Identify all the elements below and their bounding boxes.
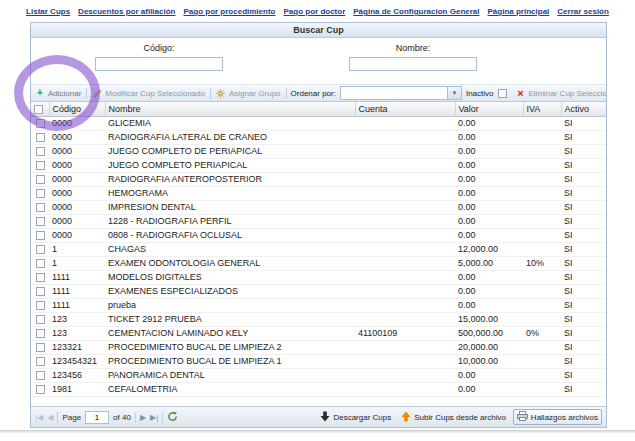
cell-valor: 0.00 bbox=[455, 172, 523, 186]
table-row[interactable]: 0000 JUEGO COMPLETO DE PERIAPICAL 0.00 S… bbox=[31, 144, 606, 158]
hallazgos-archivos-button[interactable]: Hallazgos archivos bbox=[513, 409, 602, 425]
row-checkbox[interactable] bbox=[36, 147, 45, 156]
cell-activo: SI bbox=[561, 214, 606, 228]
cell-valor: 15,000.00 bbox=[455, 312, 523, 326]
table-row[interactable]: 123321 PROCEDIMIENTO BUCAL DE LIMPIEZA 2… bbox=[31, 340, 606, 354]
table-row[interactable]: 1981 CEFALOMETRIA 0.00 SI bbox=[31, 382, 606, 396]
row-checkbox[interactable] bbox=[36, 231, 45, 240]
row-checkbox[interactable] bbox=[36, 315, 45, 324]
next-page-button[interactable]: ▶ bbox=[140, 413, 146, 422]
row-checkbox[interactable] bbox=[36, 161, 45, 170]
table-row[interactable]: 1111 MODELOS DIGITALES 0.00 SI bbox=[31, 270, 606, 284]
select-all-checkbox[interactable] bbox=[34, 105, 43, 114]
cell-nombre: EXAMEN ODONTOLOGIA GENERAL bbox=[105, 256, 355, 270]
column-header-activo[interactable]: Activo bbox=[561, 102, 606, 116]
table-row[interactable]: 1111 prueba 0.00 SI bbox=[31, 298, 606, 312]
nav-cerrar-sesion[interactable]: Cerrar sesión bbox=[557, 7, 609, 16]
first-page-button[interactable]: |◀ bbox=[35, 413, 43, 422]
table-row[interactable]: 0000 1228 - RADIOGRAFIA PERFIL 0.00 SI bbox=[31, 214, 606, 228]
subir-cups-button[interactable]: Subir Cups desde archivo bbox=[398, 410, 509, 425]
cell-valor: 0.00 bbox=[455, 200, 523, 214]
nombre-input[interactable] bbox=[349, 57, 477, 71]
cell-nombre: JUEGO COMPLETO DE PERIAPICAL bbox=[105, 144, 355, 158]
cell-cuenta bbox=[355, 256, 455, 270]
asignar-label: Asignar Grupo bbox=[229, 89, 281, 98]
row-checkbox[interactable] bbox=[36, 385, 45, 394]
cell-valor: 0.00 bbox=[455, 130, 523, 144]
table-row[interactable]: 0000 HEMOGRAMA 0.00 SI bbox=[31, 186, 606, 200]
table-row[interactable]: 0000 JUEGO COMPLETO PERIAPICAL 0.00 SI bbox=[31, 158, 606, 172]
row-checkbox[interactable] bbox=[36, 371, 45, 380]
table-row[interactable]: 123 CEMENTACION LAMINADO KELY 41100109 5… bbox=[31, 326, 606, 340]
row-checkbox[interactable] bbox=[36, 245, 45, 254]
descargar-cups-button[interactable]: Descargar Cups bbox=[317, 410, 394, 425]
cell-codigo: 0000 bbox=[49, 158, 105, 172]
cell-codigo: 123456 bbox=[49, 368, 105, 382]
table-row[interactable]: 1111 EXAMENES ESPECIALIZADOS 0.00 SI bbox=[31, 284, 606, 298]
table-header-row: Código Nombre Cuenta Valor IVA Activo bbox=[31, 102, 606, 116]
adicionar-button[interactable]: + Adicionar bbox=[34, 88, 82, 98]
toolbar-separator bbox=[86, 88, 87, 99]
chevron-down-icon[interactable]: ▼ bbox=[448, 86, 462, 100]
column-header-valor[interactable]: Valor bbox=[455, 102, 523, 116]
upload-icon bbox=[401, 411, 411, 424]
table-row[interactable]: 123 TICKET 2912 PRUEBA 15,000.00 SI bbox=[31, 312, 606, 326]
codigo-label: Código: bbox=[94, 43, 224, 53]
table-row[interactable]: 123454321 PROCEDIMIENTO BUCAL DE LIMPIEZ… bbox=[31, 354, 606, 368]
asignar-grupo-button[interactable]: Asignar Grupo bbox=[215, 88, 282, 98]
row-checkbox[interactable] bbox=[36, 301, 45, 310]
row-checkbox[interactable] bbox=[36, 217, 45, 226]
nombre-label: Nombre: bbox=[348, 43, 478, 53]
ordenar-por-input[interactable] bbox=[340, 86, 448, 100]
page-number-input[interactable] bbox=[85, 411, 109, 424]
cell-iva bbox=[523, 214, 561, 228]
subir-label: Subir Cups desde archivo bbox=[414, 413, 506, 422]
cell-nombre: HEMOGRAMA bbox=[105, 186, 355, 200]
column-header-codigo[interactable]: Código bbox=[49, 102, 105, 116]
eliminar-cup-button[interactable]: × Eliminar Cup Seleccionado bbox=[515, 88, 607, 98]
row-checkbox[interactable] bbox=[36, 175, 45, 184]
ordenar-por-combobox[interactable]: ▼ bbox=[340, 86, 462, 100]
nav-pagina-principal[interactable]: Página principal bbox=[488, 7, 550, 16]
cell-cuenta bbox=[355, 312, 455, 326]
row-checkbox[interactable] bbox=[36, 189, 45, 198]
table-row[interactable]: 0000 0808 - RADIOGRAFIA OCLUSAL 0.00 SI bbox=[31, 228, 606, 242]
prev-page-button[interactable]: ◀ bbox=[47, 413, 53, 422]
last-page-button[interactable]: ▶| bbox=[150, 413, 158, 422]
row-checkbox[interactable] bbox=[36, 329, 45, 338]
nav-descuentos-afiliacion[interactable]: Descuentos por afiliación bbox=[78, 7, 175, 16]
row-checkbox[interactable] bbox=[36, 343, 45, 352]
table-row[interactable]: 1 EXAMEN ODONTOLOGIA GENERAL 5,000.00 10… bbox=[31, 256, 606, 270]
table-row[interactable]: 1 CHAGAS 12,000.00 SI bbox=[31, 242, 606, 256]
modificar-cup-button[interactable]: Modificar Cup Seleccionado bbox=[91, 88, 206, 98]
table-row[interactable]: 0000 RADIOGRAFIA ANTEROPOSTERIOR 0.00 SI bbox=[31, 172, 606, 186]
row-checkbox[interactable] bbox=[36, 357, 45, 366]
codigo-input[interactable] bbox=[95, 57, 223, 71]
inactivo-checkbox[interactable] bbox=[498, 89, 507, 98]
cell-codigo: 123 bbox=[49, 326, 105, 340]
column-header-iva[interactable]: IVA bbox=[523, 102, 561, 116]
page-label: Page bbox=[62, 413, 81, 422]
plus-icon: + bbox=[35, 88, 45, 98]
cell-nombre: IMPRESION DENTAL bbox=[105, 200, 355, 214]
cell-valor: 500,000.00 bbox=[455, 326, 523, 340]
cell-activo: SI bbox=[561, 200, 606, 214]
table-row[interactable]: 123456 PANORAMICA DENTAL 0.00 SI bbox=[31, 368, 606, 382]
row-checkbox[interactable] bbox=[36, 259, 45, 268]
row-checkbox[interactable] bbox=[36, 203, 45, 212]
nav-pago-procedimiento[interactable]: Pago por procedimiento bbox=[183, 7, 275, 16]
table-row[interactable]: 0000 GLICEMIA 0.00 SI bbox=[31, 116, 606, 130]
row-checkbox[interactable] bbox=[36, 287, 45, 296]
cell-cuenta bbox=[355, 242, 455, 256]
table-row[interactable]: 0000 IMPRESION DENTAL 0.00 SI bbox=[31, 200, 606, 214]
row-checkbox[interactable] bbox=[36, 133, 45, 142]
column-header-cuenta[interactable]: Cuenta bbox=[355, 102, 455, 116]
nav-configuracion-general[interactable]: Página de Configuracion General bbox=[353, 7, 479, 16]
table-row[interactable]: 0000 RADIOGRAFIA LATERAL DE CRANEO 0.00 … bbox=[31, 130, 606, 144]
row-checkbox[interactable] bbox=[36, 273, 45, 282]
row-checkbox[interactable] bbox=[36, 119, 45, 128]
refresh-button[interactable] bbox=[167, 411, 178, 424]
nav-listar-cups[interactable]: Listar Cups bbox=[26, 7, 70, 16]
nav-pago-doctor[interactable]: Pago por doctor bbox=[283, 7, 345, 16]
column-header-nombre[interactable]: Nombre bbox=[105, 102, 355, 116]
